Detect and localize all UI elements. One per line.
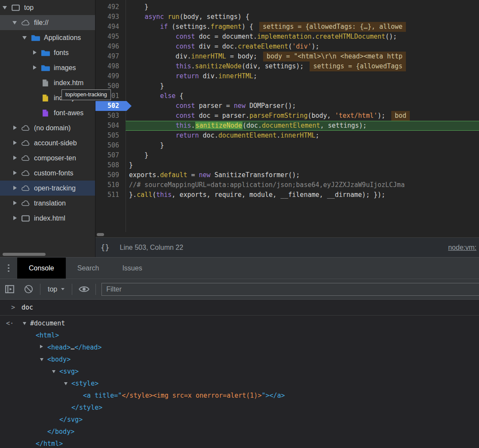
- code-line-511[interactable]: 511}.call(this, exports, require, module…: [95, 190, 479, 200]
- console-tree-row[interactable]: </style>: [0, 402, 479, 414]
- code-line-509[interactable]: 509exports.default = new SanitizeTransfo…: [95, 170, 479, 180]
- console-tree-row[interactable]: </body>: [0, 426, 479, 438]
- code-line-498[interactable]: 498 this.sanitizeNode(div, settings);set…: [95, 61, 479, 71]
- code-line-501[interactable]: 501 else {: [95, 91, 479, 101]
- line-number-gutter[interactable]: 499: [95, 71, 126, 81]
- expand-arrow-icon[interactable]: [12, 156, 17, 160]
- sidebar-item-top[interactable]: top: [0, 0, 95, 15]
- pretty-print-button[interactable]: {}: [101, 243, 109, 252]
- console-tree-row[interactable]: <html>: [0, 329, 479, 341]
- sidebar-item-images[interactable]: images: [0, 60, 95, 75]
- line-number-gutter[interactable]: 504: [95, 121, 126, 131]
- tab-console[interactable]: Console: [17, 258, 66, 279]
- expand-arrow-icon[interactable]: [32, 50, 37, 55]
- code-line-510[interactable]: 510//# sourceMappingURL=data:application…: [95, 180, 479, 190]
- collapse-arrow-icon[interactable]: [23, 322, 26, 325]
- editor-horizontal-scrollbar[interactable]: [97, 233, 104, 236]
- expand-arrow-icon[interactable]: [12, 201, 17, 206]
- line-number-gutter[interactable]: 503: [95, 111, 126, 121]
- sidebar-item-file[interactable]: file://: [0, 15, 95, 30]
- code-line-499[interactable]: 499 return div.innerHTML;: [95, 71, 479, 81]
- console-tree-row[interactable]: <style>: [0, 377, 479, 390]
- tab-issues[interactable]: Issues: [111, 258, 154, 279]
- sidebar-item-account-sideb[interactable]: account-sideb: [0, 135, 95, 150]
- line-number-gutter[interactable]: 502: [95, 101, 126, 111]
- code-line-504[interactable]: 504 this.sanitizeNode(doc.documentElemen…: [95, 121, 479, 131]
- console-tree-row[interactable]: </html>: [0, 438, 479, 448]
- console-filter-input[interactable]: [101, 283, 479, 296]
- cloud-icon: [21, 184, 30, 192]
- sidebar-item-open-tracking[interactable]: open-tracking: [0, 181, 95, 196]
- code-line-506[interactable]: 506 }: [95, 141, 479, 150]
- code-token: =: [187, 171, 199, 179]
- line-number-gutter[interactable]: 508: [95, 160, 126, 170]
- expand-arrow-icon[interactable]: [12, 186, 17, 190]
- collapse-arrow-icon[interactable]: [22, 35, 27, 40]
- code-line-508[interactable]: 508}: [95, 160, 479, 170]
- console-tree-row[interactable]: <a title="</style><img src=x onerror=ale…: [0, 390, 479, 402]
- line-number-gutter[interactable]: 492: [95, 2, 126, 12]
- expand-arrow-icon[interactable]: [12, 171, 17, 175]
- console-input-echo[interactable]: > doc: [0, 300, 479, 316]
- create-live-expression-button[interactable]: [74, 283, 93, 295]
- code-line-507[interactable]: 507 }: [95, 150, 479, 160]
- sidebar-item-font-awes[interactable]: font-awes: [0, 105, 95, 120]
- source-mapped-link[interactable]: node:vm:: [448, 244, 476, 252]
- line-number-gutter[interactable]: 510: [95, 180, 126, 190]
- code-line-505[interactable]: 505 return doc.documentElement.innerHTML…: [95, 131, 479, 141]
- execution-context-selector[interactable]: top: [48, 285, 64, 293]
- sidebar-item-composer-ten[interactable]: composer-ten: [0, 150, 95, 166]
- line-number-gutter[interactable]: 498: [95, 61, 126, 71]
- code-line-496[interactable]: 496 const div = doc.createElement('div')…: [95, 42, 479, 52]
- separator: [40, 284, 40, 295]
- code-line-493[interactable]: 493 async run(body, settings) {: [95, 12, 479, 22]
- line-number-gutter[interactable]: 507: [95, 150, 126, 160]
- collapse-arrow-icon[interactable]: [40, 358, 43, 361]
- show-console-sidebar-button[interactable]: [0, 284, 19, 295]
- sidebar-item-translation[interactable]: translation: [0, 196, 95, 211]
- code-editor[interactable]: 492 }493 async run(body, settings) {494 …: [95, 0, 479, 232]
- code-line-495[interactable]: 495 const doc = document.implementation.…: [95, 32, 479, 42]
- console-tree-row[interactable]: <head>…</head>: [0, 341, 479, 353]
- sidebar-item-index-html[interactable]: index.html: [0, 211, 95, 226]
- tab-search[interactable]: Search: [66, 258, 111, 279]
- expand-arrow-icon[interactable]: [12, 126, 17, 130]
- expand-arrow-icon[interactable]: [32, 65, 37, 70]
- collapse-arrow-icon[interactable]: [52, 370, 55, 373]
- collapse-arrow-icon[interactable]: [12, 20, 17, 25]
- expand-arrow-icon[interactable]: [12, 141, 17, 145]
- line-number-gutter[interactable]: 496: [95, 42, 126, 52]
- code-token: [129, 33, 175, 40]
- line-number-gutter[interactable]: 497: [95, 52, 126, 61]
- expand-arrow-icon[interactable]: [40, 345, 43, 348]
- sidebar-item-fonts[interactable]: fonts: [0, 45, 95, 60]
- code-line-503[interactable]: 503 const doc = parser.parseFromString(b…: [95, 111, 479, 121]
- line-number-gutter[interactable]: 493: [95, 12, 126, 22]
- code-line-502[interactable]: 502 const parser = new DOMParser();: [95, 101, 479, 111]
- line-number-gutter[interactable]: 494: [95, 22, 126, 32]
- clear-console-button[interactable]: [19, 284, 38, 294]
- console-tree-row[interactable]: </svg>: [0, 414, 479, 426]
- sidebar-item-label: font-awes: [54, 109, 83, 117]
- sidebar-item-index-htm[interactable]: index.htm: [0, 75, 95, 90]
- sidebar-horizontal-scrollbar[interactable]: [3, 253, 46, 256]
- code-line-497[interactable]: 497 div.innerHTML = body;body = "<html>\…: [95, 52, 479, 61]
- sidebar-item-applications[interactable]: Applications: [0, 30, 95, 45]
- line-number-gutter[interactable]: 511: [95, 190, 126, 200]
- code-line-494[interactable]: 494 if (settings.fragment) {settings = {…: [95, 22, 479, 32]
- code-line-500[interactable]: 500 }: [95, 81, 479, 91]
- line-number-gutter[interactable]: 509: [95, 170, 126, 180]
- console-tree-row[interactable]: <svg>: [0, 365, 479, 377]
- collapse-arrow-icon[interactable]: [3, 5, 7, 10]
- console-tree-row[interactable]: <body>: [0, 353, 479, 365]
- expand-arrow-icon[interactable]: [12, 216, 17, 221]
- line-number-gutter[interactable]: 505: [95, 131, 126, 141]
- collapse-arrow-icon[interactable]: [64, 382, 68, 385]
- code-line-492[interactable]: 492 }: [95, 2, 479, 12]
- sidebar-item-custom-fonts[interactable]: custom-fonts: [0, 166, 95, 181]
- sidebar-item-no-domain[interactable]: (no domain): [0, 120, 95, 135]
- console-tree-row[interactable]: <·#document: [0, 317, 479, 329]
- line-number-gutter[interactable]: 506: [95, 141, 126, 150]
- more-options-icon[interactable]: [0, 258, 17, 279]
- line-number-gutter[interactable]: 495: [95, 32, 126, 42]
